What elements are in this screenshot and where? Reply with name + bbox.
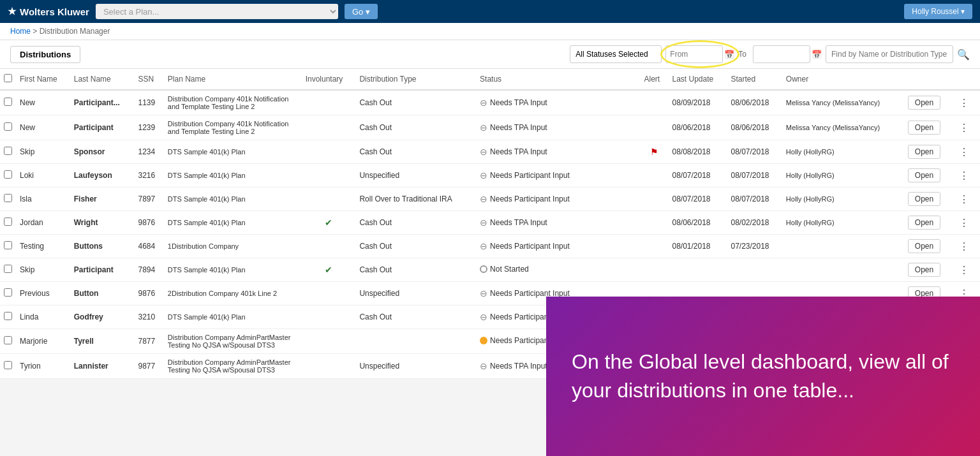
status-select[interactable]: All Statuses Selected (570, 45, 662, 63)
row-checkbox[interactable] (4, 147, 12, 155)
search-button[interactable]: 🔍 (957, 48, 970, 61)
distributions-button[interactable]: Distributions (10, 46, 80, 63)
user-menu-button[interactable]: Holly Roussel ▾ (904, 4, 972, 19)
cell-alert (641, 164, 669, 188)
status-warning-icon (480, 337, 487, 344)
row-checkbox[interactable] (4, 336, 12, 344)
open-button[interactable]: Open (908, 121, 940, 135)
row-checkbox[interactable] (4, 98, 12, 106)
open-button[interactable]: Open (908, 192, 940, 206)
to-calendar-icon[interactable]: 📅 (812, 50, 822, 59)
col-started: Started (727, 69, 782, 90)
table-row: LokiLaufeyson3216DTS Sample 401(k) PlanU… (0, 164, 980, 188)
cell-status: ⊖ Needs TPA Input (476, 115, 640, 140)
row-checkbox[interactable] (4, 217, 12, 226)
cell-ssn: 1239 (134, 115, 163, 140)
breadcrumb-home[interactable]: Home (10, 27, 31, 36)
open-button[interactable]: Open (908, 239, 940, 253)
cell-ssn: 1234 (134, 140, 163, 164)
cell-first-name: Loki (16, 164, 70, 188)
more-options-button[interactable]: ⋮ (956, 264, 972, 276)
status-minus-icon: ⊖ (480, 241, 487, 251)
cell-last-name: Button (70, 282, 135, 305)
cell-distribution-type: Unspecified (355, 354, 476, 379)
cell-involuntary (302, 354, 356, 379)
breadcrumb-separator: > (31, 27, 40, 36)
cell-status: ⊖ Needs TPA Input (476, 90, 640, 115)
cell-ssn: 1139 (134, 90, 163, 115)
cell-started: 08/07/2018 (727, 164, 782, 188)
col-distribution-type: Distribution Type (355, 69, 476, 90)
go-button[interactable]: Go ▾ (345, 4, 378, 19)
cell-started: 08/06/2018 (727, 90, 782, 115)
cell-involuntary (302, 282, 356, 305)
more-options-button[interactable]: ⋮ (956, 193, 972, 205)
top-navigation: ★ Wolters Kluwer Select a Plan... Go ▾ H… (0, 0, 980, 23)
table-row: IslaFisher7897DTS Sample 401(k) PlanRoll… (0, 188, 980, 211)
cell-status: ⊖ Needs Participant Input (476, 188, 640, 211)
cell-last-name: Lannister (70, 354, 135, 379)
brand-name: Wolters Kluwer (20, 6, 89, 17)
cell-involuntary: ✔ (302, 211, 356, 235)
more-options-button[interactable]: ⋮ (956, 170, 972, 182)
col-ssn: SSN (134, 69, 163, 90)
cell-owner (782, 235, 904, 258)
more-options-button[interactable]: ⋮ (956, 146, 972, 158)
open-button[interactable]: Open (908, 96, 940, 110)
plan-select[interactable]: Select a Plan... (96, 4, 338, 19)
table-row: JordanWright9876DTS Sample 401(k) Plan✔C… (0, 211, 980, 235)
more-options-button[interactable]: ⋮ (956, 122, 972, 134)
breadcrumb: Home > Distribution Manager (0, 23, 980, 40)
cell-last-update: 08/07/2018 (668, 164, 727, 188)
to-date-input[interactable] (753, 45, 810, 63)
cell-distribution-type: Cash Out (355, 235, 476, 258)
table-header-row: First Name Last Name SSN Plan Name Invol… (0, 69, 980, 90)
cell-plan-name: 2Distribution Company 401k Line 2 (164, 282, 302, 305)
cell-ssn: 3210 (134, 305, 163, 329)
cell-alert (641, 211, 669, 235)
cell-first-name: New (16, 115, 70, 140)
cell-status: ⊖ Needs Participant Input (476, 235, 640, 258)
cell-last-update: 08/07/2018 (668, 188, 727, 211)
cell-first-name: Skip (16, 140, 70, 164)
open-button[interactable]: Open (908, 263, 940, 277)
row-checkbox[interactable] (4, 170, 12, 179)
overlay-text: On the Global level dashboard, view all … (572, 348, 954, 379)
row-checkbox[interactable] (4, 312, 12, 320)
cell-plan-name: DTS Sample 401(k) Plan (164, 305, 302, 329)
status-minus-icon: ⊖ (480, 194, 487, 204)
cell-first-name: Skip (16, 258, 70, 282)
cell-first-name: Previous (16, 282, 70, 305)
row-checkbox[interactable] (4, 241, 12, 249)
cell-owner: Melissa Yancy (MelissaYancy) (782, 115, 904, 140)
cell-last-update: 08/06/2018 (668, 115, 727, 140)
brand-logo: ★ Wolters Kluwer (8, 6, 89, 17)
from-date-input[interactable] (665, 45, 723, 63)
cell-alert: ⚑ (641, 140, 669, 164)
open-button[interactable]: Open (908, 216, 940, 230)
from-date-wrapper: 📅 (665, 45, 734, 63)
cell-distribution-type: Roll Over to Traditional IRA (355, 188, 476, 211)
more-options-button[interactable]: ⋮ (956, 217, 972, 229)
search-input[interactable] (826, 45, 953, 63)
open-button[interactable]: Open (908, 168, 940, 182)
cell-plan-name: 1Distribution Company (164, 235, 302, 258)
cell-first-name: Jordan (16, 211, 70, 235)
row-checkbox[interactable] (4, 361, 12, 369)
cell-plan-name: DTS Sample 401(k) Plan (164, 258, 302, 282)
more-options-button[interactable]: ⋮ (956, 240, 972, 253)
cell-last-update: 08/08/2018 (668, 140, 727, 164)
cell-distribution-type: Unspecified (355, 164, 476, 188)
row-checkbox[interactable] (4, 194, 12, 202)
cell-first-name: Tyrion (16, 354, 70, 379)
open-button[interactable]: Open (908, 145, 940, 159)
from-calendar-icon[interactable]: 📅 (724, 50, 734, 59)
row-checkbox[interactable] (4, 122, 12, 131)
col-first-name: First Name (16, 69, 70, 90)
cell-started: 08/06/2018 (727, 115, 782, 140)
row-checkbox[interactable] (4, 288, 12, 297)
more-options-button[interactable]: ⋮ (956, 97, 972, 109)
select-all-checkbox[interactable] (4, 74, 12, 82)
cell-ssn: 7877 (134, 329, 163, 354)
row-checkbox[interactable] (4, 265, 12, 273)
